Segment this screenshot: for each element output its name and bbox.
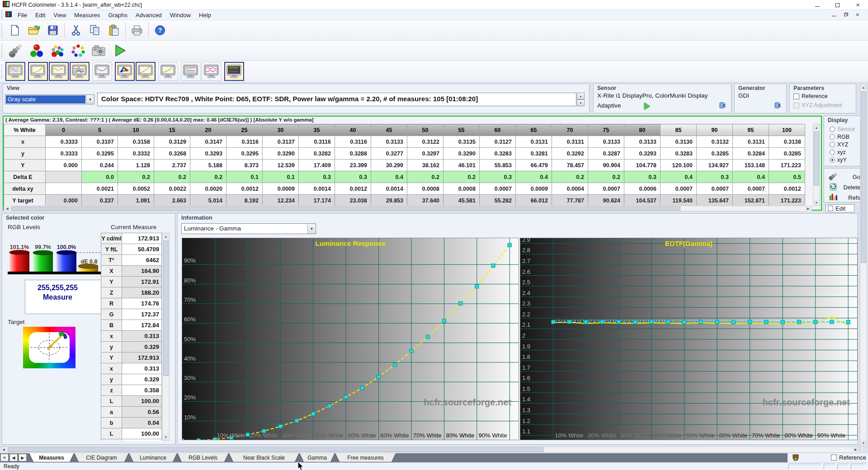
view-dark-screen-button[interactable] [224,62,244,81]
cell-y-15[interactable]: 0.3268 [154,148,190,160]
cell-y-70[interactable]: 78.457 [552,160,588,171]
chevron-down-icon[interactable]: ▼ [307,224,316,234]
cell-delta-e-70[interactable]: 0.2 [552,171,588,183]
cell-delta-xy-25[interactable]: 0.0012 [226,183,263,195]
main-horizontal-scrollbar[interactable]: ◀ ▶ [0,446,859,453]
cell-delta-e-25[interactable]: 0.1 [226,171,263,183]
tab-rgb-levels[interactable]: RGB Levels [177,453,229,462]
cell-x-95[interactable]: 0.3131 [733,136,769,148]
cell-y-100[interactable]: 171.223 [769,160,805,171]
cell-y-50[interactable]: 0.3297 [407,148,443,160]
cell-x-20[interactable]: 0.3147 [190,136,226,148]
save-button[interactable] [43,21,62,39]
cell-y-35[interactable]: 0.3282 [299,148,335,160]
cell-y-65[interactable]: 0.3281 [516,148,552,160]
display-radio-xyy[interactable]: xyY [830,157,847,163]
cell-x-75[interactable]: 0.3133 [588,136,624,148]
cell-y-75[interactable]: 0.3287 [588,148,624,160]
cell-y-0[interactable]: 0.000 [46,160,82,171]
cell-x-65[interactable]: 0.3131 [516,136,552,148]
maximize-button[interactable] [827,0,848,10]
copy-button[interactable] [85,21,104,39]
information-select[interactable]: Luminance - Gamma ▼ [181,223,316,234]
cut-button[interactable] [66,21,85,39]
minimize-button[interactable] [807,0,827,10]
display-radio-xyz[interactable]: XYZ [830,141,848,148]
cell-y-target-75[interactable]: 90.624 [588,195,624,207]
cell-delta-e-50[interactable]: 0.2 [407,171,443,183]
edit-checkbox[interactable]: Edit [826,204,854,212]
run-measures-button[interactable] [109,42,130,60]
menu-edit[interactable]: Edit [31,10,49,20]
view-magenta-waves-button[interactable] [202,62,222,81]
cell-y-0[interactable]: 0.3333 [46,148,82,160]
cell-x-90[interactable]: 0.3132 [697,136,733,148]
cell-y-65[interactable]: 66.479 [516,160,552,171]
cell-delta-e-10[interactable]: 0.2 [118,171,154,183]
cell-delta-e-5[interactable]: 0.0 [82,171,118,183]
cell-y-30[interactable]: 12.539 [263,160,299,171]
mdi-restore-button[interactable] [842,11,850,18]
cell-y-target-60[interactable]: 55.282 [480,195,516,207]
measure-vertical-scrollbar[interactable]: ▲ ▼ [162,233,170,441]
cell-delta-xy-50[interactable]: 0.0008 [407,183,443,195]
view-datagrid-button[interactable] [5,62,25,81]
cell-delta-xy-75[interactable]: 0.0007 [588,183,624,195]
cell-delta-e-80[interactable]: 0.3 [624,171,660,183]
cell-delta-e-40[interactable]: 0.3 [335,171,371,183]
cell-y-target-100[interactable]: 171.223 [769,195,805,207]
display-radio-xyz[interactable]: xyz [830,149,846,155]
cell-delta-xy-45[interactable]: 0.0014 [371,183,407,195]
cell-y-target-65[interactable]: 66.012 [516,195,552,207]
view-dip-curve-button[interactable] [92,62,112,81]
cell-y-target-20[interactable]: 5.014 [190,195,226,207]
cell-y-40[interactable]: 23.399 [335,160,371,171]
cell-y-60[interactable]: 0.3283 [480,148,516,160]
view-gamma-curve-button[interactable] [28,62,48,81]
cell-y-50[interactable]: 38.162 [407,160,443,171]
cell-y-target-30[interactable]: 12.234 [263,195,299,207]
cell-y-75[interactable]: 90.904 [588,160,624,171]
cell-y-20[interactable]: 0.3293 [190,148,226,160]
view-wave-button[interactable] [49,62,69,81]
view-multi-lines-button[interactable] [181,62,201,81]
cell-y-target-70[interactable]: 77.787 [552,195,588,207]
cell-y-target-50[interactable]: 37.640 [407,195,443,207]
cell-delta-e-60[interactable]: 0.3 [480,171,516,183]
cell-y-target-5[interactable]: 0.237 [82,195,118,207]
cell-delta-xy-85[interactable]: 0.0007 [660,183,697,195]
reference-checkbox[interactable]: Reference [793,93,828,99]
view-rgb-levels-button[interactable] [70,62,90,81]
menu-advanced[interactable]: Advanced [132,10,166,20]
grid-horizontal-scrollbar[interactable]: ◀ ▶ [4,206,812,212]
cell-x-50[interactable]: 0.3122 [407,136,443,148]
cell-y-target-95[interactable]: 152.871 [733,195,769,207]
menu-window[interactable]: Window [166,10,195,20]
cell-y-target-0[interactable]: 0.000 [46,195,82,207]
cell-delta-e-35[interactable]: 0.3 [299,171,335,183]
cell-delta-xy-40[interactable]: 0.0012 [335,183,371,195]
cell-delta-e-90[interactable]: 0.3 [697,171,733,183]
cell-x-70[interactable]: 0.3131 [552,136,588,148]
cell-delta-xy-65[interactable]: 0.0009 [516,183,552,195]
cell-x-80[interactable]: 0.3133 [624,136,660,148]
cell-x-100[interactable]: 0.3138 [769,136,805,148]
cell-y-45[interactable]: 0.3277 [371,148,407,160]
sensor-config-icon[interactable] [719,102,726,110]
cell-y-90[interactable]: 134.927 [697,160,733,171]
cell-y-10[interactable]: 0.3332 [118,148,154,160]
measure-continuous-button[interactable] [68,42,89,60]
cell-y-25[interactable]: 0.3295 [226,148,263,160]
new-button[interactable] [5,21,24,39]
cell-y-100[interactable]: 0.3285 [769,148,805,160]
view-mode-select[interactable]: Gray scale ▼ [5,94,94,104]
toolbar-grip[interactable] [1,11,4,18]
cell-delta-e-85[interactable]: 0.4 [660,171,697,183]
cell-delta-e-20[interactable]: 0.2 [190,171,226,183]
view-cie-diagram-button[interactable] [115,62,135,81]
cell-delta-xy-15[interactable]: 0.0022 [154,183,190,195]
cell-delta-xy-5[interactable]: 0.0021 [82,183,118,195]
cell-x-55[interactable]: 0.3135 [443,136,480,148]
cell-y-5[interactable]: 0.244 [82,160,118,171]
menu-view[interactable]: View [49,10,70,20]
